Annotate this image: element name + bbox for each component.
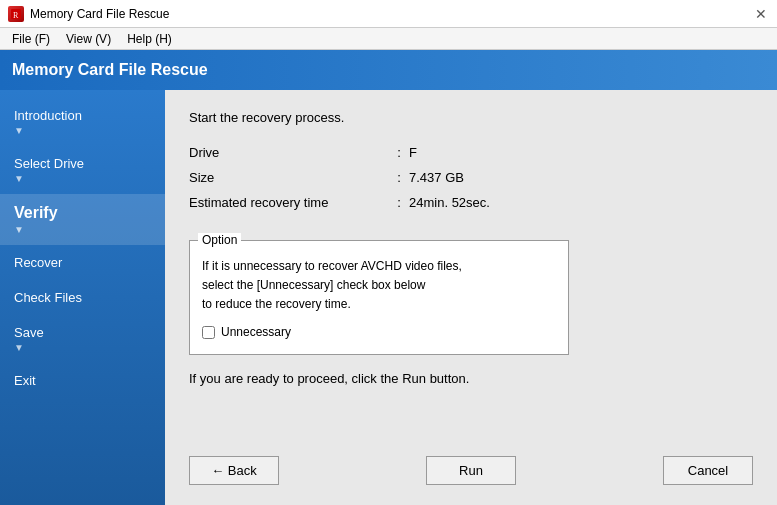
size-colon: :	[389, 170, 409, 185]
option-box-title: Option	[198, 233, 241, 247]
app-icon: R	[8, 6, 24, 22]
recovery-time-colon: :	[389, 195, 409, 210]
size-value: 7.437 GB	[409, 170, 464, 185]
menu-file[interactable]: File (F)	[4, 30, 58, 48]
sidebar-label-introduction: Introduction	[14, 108, 82, 123]
sidebar-item-verify[interactable]: Verify ▼	[0, 194, 165, 245]
drive-label: Drive	[189, 145, 389, 160]
main-layout: Introduction ▼ Select Drive ▼ Verify ▼ R…	[0, 90, 777, 505]
app-header: Memory Card File Rescue	[0, 50, 777, 90]
unnecessary-label: Unnecessary	[221, 323, 291, 342]
unnecessary-checkbox-row: Unnecessary	[202, 323, 556, 342]
drive-colon: :	[389, 145, 409, 160]
content-area: Start the recovery process. Drive : F Si…	[165, 90, 777, 505]
sidebar: Introduction ▼ Select Drive ▼ Verify ▼ R…	[0, 90, 165, 505]
sidebar-arrow-save: ▼	[14, 342, 24, 353]
sidebar-label-select-drive: Select Drive	[14, 156, 84, 171]
back-button[interactable]: ← Back	[189, 456, 279, 485]
option-box-content: If it is unnecessary to recover AVCHD vi…	[190, 241, 568, 354]
button-row: ← Back Run Cancel	[189, 456, 753, 485]
option-text-line1: If it is unnecessary to recover AVCHD vi…	[202, 259, 462, 273]
menu-help[interactable]: Help (H)	[119, 30, 180, 48]
cancel-button[interactable]: Cancel	[663, 456, 753, 485]
recovery-time-label: Estimated recovery time	[189, 195, 389, 210]
app-header-title: Memory Card File Rescue	[12, 61, 208, 79]
svg-text:R: R	[13, 11, 19, 19]
sidebar-item-select-drive[interactable]: Select Drive ▼	[0, 146, 165, 194]
info-table: Drive : F Size : 7.437 GB Estimated reco…	[189, 145, 753, 220]
titlebar-text: Memory Card File Rescue	[30, 7, 753, 21]
sidebar-label-recover: Recover	[14, 255, 62, 270]
recovery-time-value: 24min. 52sec.	[409, 195, 490, 210]
sidebar-label-exit: Exit	[14, 373, 36, 388]
menu-view[interactable]: View (V)	[58, 30, 119, 48]
close-button[interactable]: ✕	[753, 6, 769, 22]
sidebar-arrow-verify: ▼	[14, 224, 24, 235]
sidebar-label-verify: Verify	[14, 204, 58, 222]
sidebar-item-exit[interactable]: Exit	[0, 363, 165, 398]
sidebar-item-save[interactable]: Save ▼	[0, 315, 165, 363]
sidebar-item-check-files[interactable]: Check Files	[0, 280, 165, 315]
title-bar: R Memory Card File Rescue ✕	[0, 0, 777, 28]
recovery-time-row: Estimated recovery time : 24min. 52sec.	[189, 195, 753, 210]
size-row: Size : 7.437 GB	[189, 170, 753, 185]
option-text-line2: select the [Unnecessary] check box below	[202, 278, 425, 292]
menu-bar: File (F) View (V) Help (H)	[0, 28, 777, 50]
sidebar-item-recover[interactable]: Recover	[0, 245, 165, 280]
sidebar-arrow-select-drive: ▼	[14, 173, 24, 184]
sidebar-item-introduction[interactable]: Introduction ▼	[0, 98, 165, 146]
unnecessary-checkbox[interactable]	[202, 326, 215, 339]
sidebar-arrow-introduction: ▼	[14, 125, 24, 136]
drive-value: F	[409, 145, 417, 160]
size-label: Size	[189, 170, 389, 185]
sidebar-label-check-files: Check Files	[14, 290, 82, 305]
drive-row: Drive : F	[189, 145, 753, 160]
content-title: Start the recovery process.	[189, 110, 753, 125]
option-box: Option If it is unnecessary to recover A…	[189, 240, 569, 355]
run-button[interactable]: Run	[426, 456, 516, 485]
sidebar-label-save: Save	[14, 325, 44, 340]
option-text-line3: to reduce the recovery time.	[202, 297, 351, 311]
proceed-text: If you are ready to proceed, click the R…	[189, 371, 753, 386]
